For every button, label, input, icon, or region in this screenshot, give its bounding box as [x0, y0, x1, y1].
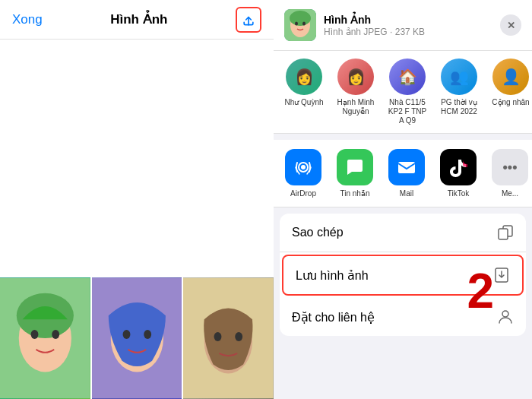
app-tiktok[interactable]: TikTok	[435, 149, 482, 198]
file-icon	[284, 9, 316, 41]
mail-icon	[388, 149, 425, 185]
nav-bar: Xong Hình Ảnh	[0, 0, 274, 40]
svg-point-20	[301, 165, 306, 169]
tiktok-icon	[440, 149, 477, 185]
more-icon: •••	[492, 149, 528, 185]
mail-svg	[396, 157, 417, 178]
photo-svg-1	[0, 277, 90, 399]
action-contact-label: Đặt cho liên hệ	[292, 310, 375, 325]
contact-avatar-3: 🏠	[389, 59, 426, 95]
action-copy-label: Sao chép	[292, 226, 344, 239]
sheet-header: Hình Ảnh Hình ảnh JPEG · 237 KB ✕	[274, 0, 532, 51]
airdrop-label: AirDrop	[290, 189, 316, 198]
contact-avatar-5: 👤	[492, 59, 529, 95]
svg-point-16	[290, 11, 311, 26]
contact-avatar-4: 👥	[441, 59, 477, 95]
photo-area	[0, 40, 274, 399]
action-save-label: Lưu hình ảnh	[296, 268, 369, 283]
file-name: Hình Ảnh	[324, 14, 492, 26]
photo-svg-2	[92, 277, 182, 399]
svg-point-17	[295, 22, 298, 26]
contact-name-3: Nhà C11/5 KP2 F TNP A Q9	[385, 98, 429, 125]
more-label: Me...	[502, 189, 518, 198]
app-more[interactable]: ••• Me...	[486, 149, 532, 198]
contact-name-5: Cộng nhân	[492, 98, 529, 107]
messages-svg	[344, 157, 366, 178]
contact-avatar-2: 👩	[337, 59, 374, 95]
app-airdrop[interactable]: AirDrop	[280, 149, 327, 198]
airdrop-icon	[285, 149, 321, 185]
contacts-row: 👩 Như Quỳnh 👩 Hạnh Minh Nguyễn 🏠 Nhà C11…	[274, 51, 532, 134]
svg-point-8	[122, 330, 130, 339]
person-icon	[497, 309, 514, 325]
file-meta: Hình ảnh JPEG · 237 KB	[324, 27, 492, 37]
file-thumbnail-icon	[284, 9, 316, 41]
svg-point-12	[214, 332, 222, 341]
photo-svg-3	[183, 277, 274, 399]
contact-name-4: PG thời vụ HCM 2022	[437, 98, 481, 116]
save-icon	[493, 267, 510, 283]
contact-avatar-1: 👩	[286, 59, 322, 95]
share-sheet: Hình Ảnh Hình ảnh JPEG · 237 KB ✕ 👩 Như …	[274, 0, 532, 399]
contact-pg[interactable]: 👥 PG thời vụ HCM 2022	[436, 59, 482, 125]
done-button[interactable]: Xong	[12, 12, 43, 27]
svg-point-25	[502, 311, 508, 317]
contact-nhu-quynh[interactable]: 👩 Như Quỳnh	[281, 59, 327, 125]
share-icon	[241, 12, 256, 27]
svg-point-9	[144, 330, 151, 339]
airdrop-svg	[293, 157, 314, 178]
messages-icon	[337, 149, 373, 185]
action-save[interactable]: Lưu hình ảnh	[282, 255, 524, 296]
action-contact[interactable]: Đặt cho liên hệ	[280, 298, 526, 336]
photo-grid	[0, 277, 274, 399]
apps-row: AirDrop Tin nhắn Mail	[274, 140, 532, 207]
nav-title: Hình Ảnh	[110, 11, 167, 27]
action-copy[interactable]: Sao chép	[280, 214, 526, 252]
svg-point-5	[52, 330, 59, 339]
photos-panel: Xong Hình Ảnh 1	[0, 0, 274, 399]
contact-nha[interactable]: 🏠 Nhà C11/5 KP2 F TNP A Q9	[385, 59, 430, 125]
svg-point-18	[302, 22, 306, 26]
contact-name-1: Như Quỳnh	[284, 98, 323, 107]
svg-point-13	[236, 332, 243, 341]
app-mail[interactable]: Mail	[383, 149, 430, 198]
contact-cong[interactable]: 👤 Cộng nhân	[488, 59, 532, 125]
photo-thumb-1[interactable]	[0, 277, 90, 399]
contact-name-2: Hạnh Minh Nguyễn	[334, 98, 378, 116]
share-button[interactable]	[236, 7, 261, 33]
svg-rect-21	[398, 162, 415, 173]
copy-icon	[497, 224, 514, 241]
contact-hanh-minh[interactable]: 👩 Hạnh Minh Nguyễn	[333, 59, 378, 125]
svg-point-4	[31, 330, 39, 339]
app-messages[interactable]: Tin nhắn	[331, 149, 378, 198]
photo-thumb-2[interactable]	[92, 277, 182, 399]
messages-label: Tin nhắn	[340, 189, 370, 198]
svg-rect-23	[499, 229, 508, 239]
photo-thumb-3[interactable]	[183, 277, 274, 399]
close-button[interactable]: ✕	[500, 14, 521, 36]
actions-section: Sao chép Lưu hình ảnh Đặt cho liên hệ	[280, 214, 526, 336]
file-info: Hình Ảnh Hình ảnh JPEG · 237 KB	[324, 14, 492, 37]
tiktok-label: TikTok	[448, 189, 470, 198]
tiktok-svg	[448, 157, 469, 178]
mail-label: Mail	[400, 189, 413, 198]
